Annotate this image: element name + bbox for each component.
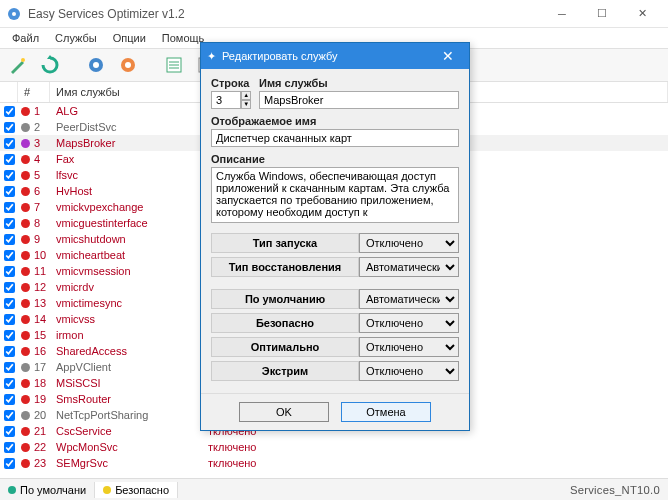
maximize-button[interactable]: ☐ (582, 0, 622, 28)
row-name: lfsvc (54, 169, 206, 181)
row-checkbox[interactable] (4, 410, 15, 421)
row-num: 13 (32, 297, 54, 309)
menu-services[interactable]: Службы (47, 30, 105, 46)
row-num: 2 (32, 121, 54, 133)
table-row[interactable]: 23SEMgrSvcтключено (0, 455, 668, 471)
row-num: 3 (32, 137, 54, 149)
status-tab-default[interactable]: По умолчани (0, 482, 95, 498)
row-name: NetTcpPortSharing (54, 409, 206, 421)
row-num: 22 (32, 441, 54, 453)
row-name: vmicshutdown (54, 233, 206, 245)
row-checkbox[interactable] (4, 346, 15, 357)
titlebar: Easy Services Optimizer v1.2 ─ ☐ ✕ (0, 0, 668, 28)
row-checkbox[interactable] (4, 314, 15, 325)
app-icon (6, 6, 22, 22)
tool-refresh-icon[interactable] (36, 51, 64, 79)
svg-point-6 (125, 62, 131, 68)
description-textarea[interactable]: Служба Windows, обеспечивающая доступ пр… (211, 167, 459, 223)
safe-select[interactable]: Отключено (359, 313, 459, 333)
row-checkbox[interactable] (4, 266, 15, 277)
row-checkbox[interactable] (4, 186, 15, 197)
recovery-type-select[interactable]: Автоматически (359, 257, 459, 277)
row-checkbox[interactable] (4, 106, 15, 117)
tool-list-icon[interactable] (160, 51, 188, 79)
close-button[interactable]: ✕ (622, 0, 662, 28)
display-name-input[interactable] (211, 129, 459, 147)
row-checkbox[interactable] (4, 298, 15, 309)
row-checkbox[interactable] (4, 170, 15, 181)
row-checkbox[interactable] (4, 394, 15, 405)
menu-options[interactable]: Опции (105, 30, 154, 46)
row-checkbox[interactable] (4, 218, 15, 229)
row-checkbox[interactable] (4, 234, 15, 245)
row-num: 14 (32, 313, 54, 325)
row-checkbox[interactable] (4, 122, 15, 133)
status-dot-icon (18, 235, 32, 244)
status-dot-icon (18, 251, 32, 260)
optimal-select[interactable]: Отключено (359, 337, 459, 357)
default-select[interactable]: Автоматически (359, 289, 459, 309)
service-name-input[interactable] (259, 91, 459, 109)
row-name: SEMgrSvc (54, 457, 206, 469)
minimize-button[interactable]: ─ (542, 0, 582, 28)
row-checkbox[interactable] (4, 378, 15, 389)
row-num: 5 (32, 169, 54, 181)
row-checkbox[interactable] (4, 282, 15, 293)
row-name: ALG (54, 105, 206, 117)
row-checkbox[interactable] (4, 362, 15, 373)
tool-gear2-icon[interactable] (114, 51, 142, 79)
menu-file[interactable]: Файл (4, 30, 47, 46)
row-name: vmicguestinterface (54, 217, 206, 229)
row-checkbox[interactable] (4, 458, 15, 469)
row-name: PeerDistSvc (54, 121, 206, 133)
row-name: vmictimesync (54, 297, 206, 309)
status-dot-icon (18, 299, 32, 308)
spinner-up-icon[interactable]: ▲ (241, 91, 251, 100)
row-input[interactable] (211, 91, 241, 109)
row-checkbox[interactable] (4, 426, 15, 437)
status-dot-icon (18, 347, 32, 356)
row-name: irmon (54, 329, 206, 341)
table-row[interactable]: 22WpcMonSvcтключено (0, 439, 668, 455)
row-num: 7 (32, 201, 54, 213)
row-name: CscService (54, 425, 206, 437)
row-name: vmicheartbeat (54, 249, 206, 261)
yellow-dot-icon (103, 486, 111, 494)
description-label: Описание (211, 153, 459, 165)
cancel-button[interactable]: Отмена (341, 402, 431, 422)
dialog-close-button[interactable]: ✕ (433, 48, 463, 64)
status-dot-icon (18, 171, 32, 180)
recovery-type-label: Тип восстановления (211, 257, 359, 277)
svg-point-4 (93, 62, 99, 68)
col-name[interactable]: Имя службы (50, 82, 210, 102)
row-last: тключено (206, 441, 668, 453)
row-checkbox[interactable] (4, 202, 15, 213)
tool-gear1-icon[interactable] (82, 51, 110, 79)
row-checkbox[interactable] (4, 330, 15, 341)
name-label: Имя службы (259, 77, 459, 89)
row-name: AppVClient (54, 361, 206, 373)
dialog-titlebar[interactable]: ✦ Редактировать службу ✕ (201, 43, 469, 69)
optimal-label: Оптимально (211, 337, 359, 357)
extreme-select[interactable]: Отключено (359, 361, 459, 381)
row-name: HvHost (54, 185, 206, 197)
spinner-down-icon[interactable]: ▼ (241, 100, 251, 109)
row-num: 23 (32, 457, 54, 469)
svg-point-2 (21, 58, 25, 62)
status-dot-icon (18, 427, 32, 436)
row-spinner[interactable]: ▲▼ (211, 91, 251, 109)
status-tab-safe[interactable]: Безопасно (95, 482, 178, 498)
row-checkbox[interactable] (4, 250, 15, 261)
col-num[interactable]: # (18, 82, 50, 102)
row-num: 6 (32, 185, 54, 197)
status-dot-icon (18, 187, 32, 196)
row-checkbox[interactable] (4, 442, 15, 453)
row-name: MSiSCSI (54, 377, 206, 389)
row-checkbox[interactable] (4, 154, 15, 165)
status-dot-icon (18, 331, 32, 340)
row-checkbox[interactable] (4, 138, 15, 149)
ok-button[interactable]: OK (239, 402, 329, 422)
row-num: 16 (32, 345, 54, 357)
tool-wand-icon[interactable] (4, 51, 32, 79)
startup-type-select[interactable]: Отключено (359, 233, 459, 253)
